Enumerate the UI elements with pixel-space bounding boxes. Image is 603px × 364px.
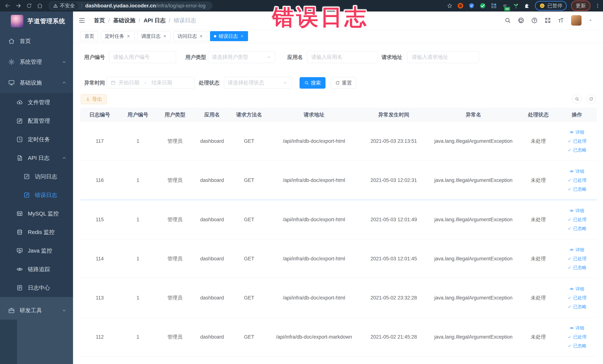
request-url-input[interactable] <box>411 54 475 60</box>
toggle-search-button[interactable] <box>572 94 582 104</box>
sidebar-item-9[interactable]: MySQL 监控 <box>0 204 73 223</box>
action-processed-link[interactable]: 已处理 <box>567 295 587 301</box>
api-log-icon <box>16 155 23 161</box>
action-processed-link[interactable]: 已处理 <box>567 256 587 262</box>
close-icon[interactable] <box>127 34 130 38</box>
sidebar-item-7[interactable]: 访问日志 <box>0 167 73 186</box>
sidebar-item-13[interactable]: 日志中心 <box>0 279 73 297</box>
action-ignored-link[interactable]: 已忽略 <box>567 343 587 349</box>
action-processed-link[interactable]: 已处理 <box>567 138 587 144</box>
action-ignored-link[interactable]: 已忽略 <box>567 265 587 270</box>
tab-2[interactable]: 调度日志 <box>137 31 171 41</box>
sidebar-item-6[interactable]: API 日志 <box>0 149 73 167</box>
hamburger-icon[interactable] <box>78 17 86 24</box>
check-icon <box>567 305 572 309</box>
chevron-down-icon <box>61 59 67 65</box>
breadcrumb-item[interactable]: 基础设施 <box>113 17 135 24</box>
app-name-input[interactable] <box>311 54 374 60</box>
tab-1[interactable]: 定时任务 <box>101 31 134 41</box>
action-label: 已忽略 <box>573 304 587 310</box>
paused-extension-badge[interactable]: 已暂停 <box>535 1 567 11</box>
action-detail-link[interactable]: 详细 <box>569 208 584 214</box>
user-id-input[interactable] <box>113 54 172 60</box>
action-ignored-link[interactable]: 已忽略 <box>567 225 587 231</box>
browser-back-icon[interactable] <box>4 3 11 9</box>
address-bar[interactable]: 不安全 dashboard.yudao.iocoder.cn/infra/log… <box>48 1 212 10</box>
close-icon[interactable] <box>199 34 203 38</box>
cell-app_name: dashboard <box>194 334 231 340</box>
site-security-chip[interactable]: 不安全 <box>50 2 78 10</box>
font-size-icon[interactable] <box>558 17 564 24</box>
cell-exception_time: 2021-05-03 12:01:45 <box>360 256 427 262</box>
bookmark-star-icon[interactable] <box>447 3 453 9</box>
browser-home-icon[interactable] <box>37 3 43 9</box>
extension-sprout-icon[interactable] <box>513 2 519 9</box>
extension-grid-icon[interactable] <box>490 2 497 9</box>
sidebar-item-1[interactable]: 系统管理 <box>0 52 73 72</box>
browser-menu-icon[interactable] <box>595 3 600 9</box>
user-type-select[interactable]: 请选择用户类型 <box>208 51 275 63</box>
cell-log_id: 113 <box>80 295 119 301</box>
breadcrumb-item[interactable]: 首页 <box>94 17 105 24</box>
request-url-field[interactable] <box>407 51 479 63</box>
sidebar-item-2[interactable]: 基础设施 <box>0 72 73 93</box>
action-detail-link[interactable]: 详细 <box>569 129 584 135</box>
reset-button[interactable]: 重置 <box>331 77 356 89</box>
sidebar-logo-row[interactable]: 芋道管理系统 <box>0 12 73 31</box>
action-detail-link[interactable]: 详细 <box>569 168 584 174</box>
browser-forward-icon[interactable] <box>15 3 22 9</box>
close-icon[interactable] <box>240 34 244 38</box>
search-icon[interactable] <box>504 17 511 24</box>
cell-exception_time: 2021-05-03 12:01:49 <box>360 217 427 223</box>
search-button[interactable]: 搜索 <box>300 77 325 89</box>
action-detail-link[interactable]: 详细 <box>569 286 584 292</box>
tab-4[interactable]: 错误日志 <box>210 31 248 41</box>
action-processed-link[interactable]: 已处理 <box>567 217 587 223</box>
action-processed-link[interactable]: 已处理 <box>567 334 587 340</box>
browser-reload-icon[interactable] <box>26 3 32 9</box>
export-button[interactable]: 导出 <box>81 94 107 104</box>
extension-puzzle-icon[interactable] <box>524 2 531 9</box>
user-id-field[interactable] <box>109 51 176 63</box>
caret-down-icon[interactable] <box>588 18 593 23</box>
column-header: 应用名 <box>194 111 231 118</box>
tab-3[interactable]: 访问日志 <box>174 31 207 41</box>
github-icon[interactable] <box>518 17 524 24</box>
sidebar-item-11[interactable]: Java 监控 <box>0 241 73 260</box>
extension-shield-icon[interactable] <box>468 2 475 9</box>
cell-exception_name: java.lang.IllegalArgumentException <box>427 256 520 262</box>
sidebar-item-8[interactable]: 错误日志 <box>0 186 73 204</box>
cell-app_name: dashboard <box>194 295 231 301</box>
action-ignored-link[interactable]: 已忽略 <box>567 147 587 153</box>
sidebar-item-14[interactable]: 研发工具 <box>0 301 73 320</box>
action-ignored-link[interactable]: 已忽略 <box>567 186 587 192</box>
close-icon[interactable] <box>163 34 167 38</box>
action-label: 已忽略 <box>573 186 587 192</box>
action-ignored-link[interactable]: 已忽略 <box>567 304 587 310</box>
fullscreen-icon[interactable] <box>545 17 551 24</box>
sidebar-item-5[interactable]: 定时任务 <box>0 130 73 149</box>
sidebar-item-12[interactable]: 链路追踪 <box>0 260 73 279</box>
user-avatar[interactable] <box>571 15 581 26</box>
breadcrumb-item[interactable]: API 日志 <box>144 17 165 24</box>
action-processed-link[interactable]: 已处理 <box>567 177 587 183</box>
extension-green-icon[interactable] <box>479 2 486 9</box>
extension-orange-icon[interactable] <box>457 2 464 9</box>
process-status-select[interactable]: 请选择处理状态 <box>224 77 291 89</box>
date-separator: - <box>145 80 146 86</box>
help-icon[interactable] <box>531 17 538 24</box>
tab-0[interactable]: 首页 <box>81 31 98 41</box>
sidebar-item-4[interactable]: 配置管理 <box>0 112 73 130</box>
action-detail-link[interactable]: 详细 <box>569 325 584 331</box>
update-button[interactable]: 更新 <box>571 0 590 11</box>
sidebar-item-10[interactable]: Redis 监控 <box>0 223 73 241</box>
app-name-field[interactable] <box>307 51 378 63</box>
action-detail-link[interactable]: 详细 <box>569 247 584 253</box>
sidebar-item-0[interactable]: 首页 <box>0 31 73 52</box>
refresh-table-button[interactable] <box>587 94 596 104</box>
extension-list-icon[interactable]: on <box>502 2 508 9</box>
date-range-picker[interactable]: 开始日期 - 结束日期 <box>107 77 195 89</box>
chevron-down-icon <box>61 308 67 313</box>
sidebar-item-3[interactable]: 文件管理 <box>0 93 73 112</box>
check-icon <box>567 187 572 191</box>
